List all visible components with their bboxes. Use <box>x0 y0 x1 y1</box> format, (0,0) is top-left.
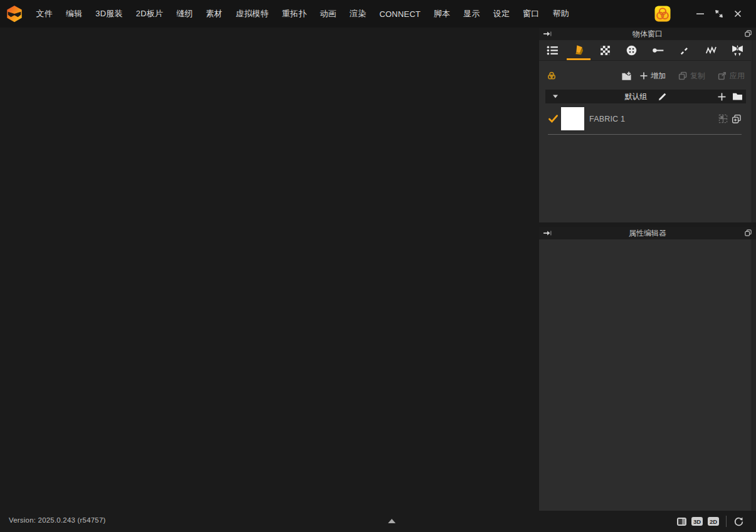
apply-fabric-button[interactable]: 应用 <box>718 71 745 81</box>
menu-edit[interactable]: 编辑 <box>59 4 88 23</box>
version-text: Version: 2025.0.243 (r54757) <box>9 516 106 524</box>
menu-avatar[interactable]: 虚拟模特 <box>229 4 275 23</box>
menu-2d-pattern[interactable]: 2D板片 <box>129 4 169 23</box>
object-window-panel: 物体窗口 <box>539 28 756 222</box>
trefoil-fabric-icon <box>547 71 557 81</box>
fabric-swatch[interactable] <box>561 107 584 130</box>
menu-file[interactable]: 文件 <box>29 4 59 23</box>
reset-view-icon[interactable] <box>733 516 744 527</box>
float-window-icon[interactable] <box>744 29 752 38</box>
marvelous-designer-logo-icon <box>5 4 24 23</box>
checker-texture-icon <box>599 44 612 57</box>
object-window-scrollbar[interactable] <box>752 40 756 222</box>
close-button[interactable] <box>728 4 747 23</box>
3d-view-toggle[interactable]: 3D <box>691 517 703 526</box>
property-editor-scrollbar[interactable] <box>752 239 756 511</box>
rename-group-icon[interactable] <box>658 92 667 102</box>
apply-icon <box>718 71 727 80</box>
statusbar: Version: 2025.0.243 (r54757) 3D 2D <box>0 511 756 532</box>
add-fabric-button[interactable]: 增加 <box>640 71 666 81</box>
tab-pattern-list[interactable] <box>539 40 565 60</box>
stitch-icon <box>678 44 691 57</box>
menu-window[interactable]: 窗口 <box>517 4 546 23</box>
tab-puckering[interactable] <box>698 40 725 60</box>
menu-items: 文件 编辑 3D服装 2D板片 缝纫 素材 虚拟模特 重拓扑 动画 渲染 CON… <box>29 4 575 23</box>
menu-animation[interactable]: 动画 <box>313 4 343 23</box>
fabric-group-row[interactable]: 默认组 <box>545 90 746 103</box>
add-group-icon[interactable] <box>718 93 726 101</box>
tab-topstitch[interactable] <box>671 40 698 60</box>
fabric-toolbar: 增加 复制 应用 <box>547 68 745 83</box>
collapse-panel-icon[interactable] <box>543 229 552 237</box>
copy-fabric-button[interactable]: 复制 <box>678 71 705 81</box>
copy-icon <box>678 71 687 80</box>
fabric-name: FABRIC 1 <box>589 115 718 123</box>
menubar: 文件 编辑 3D服装 2D板片 缝纫 素材 虚拟模特 重拓扑 动画 渲染 CON… <box>0 0 756 28</box>
2d-view-toggle[interactable]: 2D <box>708 517 719 526</box>
group-folder-icon[interactable] <box>732 92 743 101</box>
selected-check-icon <box>548 114 560 123</box>
elastic-coil-icon <box>704 43 718 58</box>
add-from-library-button[interactable] <box>621 71 632 81</box>
object-window-header: 物体窗口 <box>539 28 756 40</box>
tab-texture[interactable] <box>592 40 619 60</box>
fabric-icon <box>572 43 586 58</box>
tab-zipper[interactable] <box>725 40 751 60</box>
trefoil-brand-icon <box>654 6 671 22</box>
tab-buttonhole[interactable] <box>645 40 671 60</box>
fabric-list-item[interactable]: FABRIC 1 <box>548 105 742 135</box>
menu-settings[interactable]: 设定 <box>486 4 516 23</box>
minimize-button[interactable] <box>691 4 710 23</box>
group-name: 默认组 <box>625 91 648 102</box>
split-view-toggle[interactable] <box>677 518 686 526</box>
float-window-icon[interactable] <box>744 229 752 237</box>
expand-statusbar-icon[interactable] <box>388 519 396 523</box>
menu-display[interactable]: 显示 <box>457 4 486 23</box>
menu-sewing[interactable]: 缝纫 <box>170 4 199 23</box>
tab-button[interactable] <box>619 40 645 60</box>
object-window-title: 物体窗口 <box>539 29 756 39</box>
menu-connect[interactable]: CONNECT <box>373 6 428 23</box>
menu-3d-garment[interactable]: 3D服装 <box>89 4 129 23</box>
object-type-tabs <box>539 40 751 61</box>
statusbar-divider <box>726 516 727 527</box>
property-editor-header: 属性编辑器 <box>539 227 756 239</box>
collapse-panel-icon[interactable] <box>543 29 552 38</box>
property-editor-title: 属性编辑器 <box>539 228 756 239</box>
plus-icon <box>640 72 648 80</box>
tab-fabric[interactable] <box>565 40 592 60</box>
apply-fabric-label: 应用 <box>730 71 745 81</box>
menu-script[interactable]: 脚本 <box>427 4 456 23</box>
group-expand-caret-icon[interactable] <box>552 94 559 99</box>
fabric-duplicate-icon[interactable] <box>732 114 742 124</box>
menu-material[interactable]: 素材 <box>199 4 229 23</box>
menu-render[interactable]: 渲染 <box>343 4 372 23</box>
menu-help[interactable]: 帮助 <box>546 4 575 23</box>
bow-icon <box>730 43 745 58</box>
button-icon <box>625 44 638 57</box>
add-fabric-label: 增加 <box>651 71 666 81</box>
resize-button[interactable] <box>710 4 728 23</box>
list-icon <box>546 44 559 57</box>
viewport-canvas[interactable] <box>0 28 539 511</box>
menu-retopology[interactable]: 重拓扑 <box>275 4 313 23</box>
copy-fabric-label: 复制 <box>690 71 705 81</box>
fabric-grid-icon[interactable] <box>718 114 728 123</box>
property-editor-panel: 属性编辑器 <box>539 227 756 511</box>
pin-icon <box>652 44 665 57</box>
